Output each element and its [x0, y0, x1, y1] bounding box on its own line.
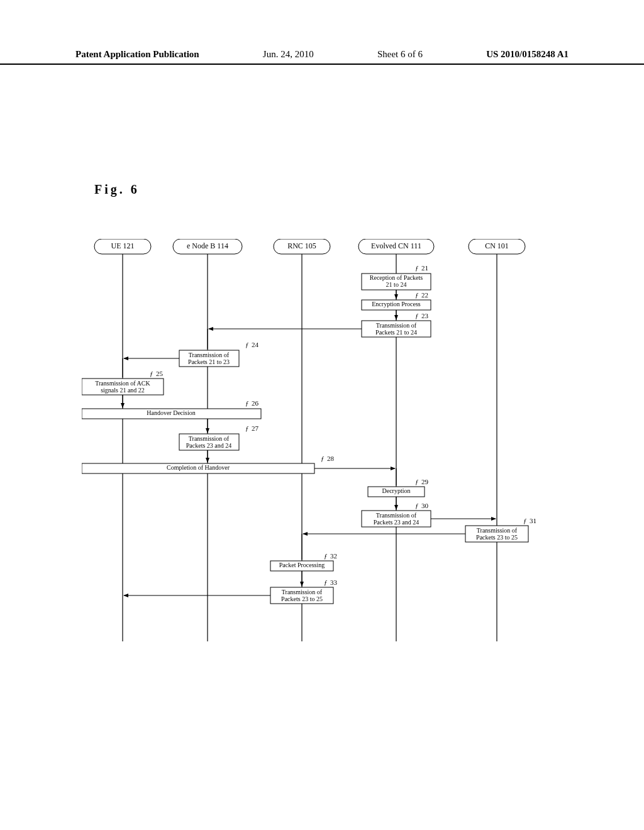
svg-text:Transmission of: Transmission of	[477, 527, 518, 534]
lane-header-cn: CN 101	[469, 239, 525, 254]
svg-text:ƒ: ƒ	[324, 578, 328, 586]
svg-text:ƒ: ƒ	[523, 517, 527, 524]
lane-evolved-cn-label: Evolved CN 111	[371, 241, 421, 250]
svg-text:Transmission of: Transmission of	[376, 322, 417, 329]
svg-text:ƒ: ƒ	[415, 312, 419, 319]
svg-text:23: 23	[421, 312, 429, 319]
svg-text:25: 25	[156, 370, 164, 377]
step-27: ƒ 27 Transmission of Packets 23 and 24	[179, 424, 259, 462]
lane-rnc-label: RNC 105	[287, 241, 316, 250]
step-26: ƒ 26 Handover Decision	[82, 399, 261, 433]
publication-type: Patent Application Publication	[75, 49, 199, 60]
lane-cn-label: CN 101	[485, 241, 509, 250]
publication-number: US 2010/0158248 A1	[486, 49, 569, 60]
svg-text:ƒ: ƒ	[324, 552, 328, 560]
svg-text:Encryption Process: Encryption Process	[372, 301, 421, 307]
svg-text:ƒ: ƒ	[415, 502, 419, 509]
lane-ue-label: UE 121	[111, 241, 135, 250]
svg-text:Packets 23 to 25: Packets 23 to 25	[281, 595, 323, 602]
svg-text:26: 26	[252, 399, 259, 407]
svg-text:24: 24	[252, 341, 259, 348]
svg-text:32: 32	[330, 552, 337, 560]
lane-header-ue: UE 121	[94, 239, 151, 254]
svg-text:Decryption: Decryption	[382, 487, 411, 494]
step-30: ƒ 30 Transmission of Packets 23 and 24	[362, 502, 496, 527]
svg-text:Transmission of: Transmission of	[376, 512, 417, 519]
svg-text:21: 21	[421, 264, 428, 272]
svg-text:Completion of Handover: Completion of Handover	[167, 464, 230, 471]
svg-text:ƒ: ƒ	[415, 264, 419, 272]
svg-text:ƒ: ƒ	[245, 399, 249, 407]
svg-text:ƒ: ƒ	[415, 478, 419, 485]
svg-text:33: 33	[330, 578, 338, 586]
lane-header-rnc: RNC 105	[274, 239, 330, 254]
svg-text:21 to 24: 21 to 24	[386, 281, 407, 288]
svg-text:Transmission of ACK: Transmission of ACK	[95, 380, 150, 387]
step-28: ƒ 28 Completion of Handover	[82, 455, 396, 485]
patent-header: Patent Application Publication Jun. 24, …	[0, 49, 644, 65]
svg-text:Transmission of: Transmission of	[189, 351, 230, 358]
svg-text:22: 22	[421, 291, 428, 299]
lane-header-enodeb: e Node B 114	[173, 239, 242, 254]
sequence-diagram: UE 121 e Node B 114 RNC 105 Evolved CN 1…	[82, 239, 572, 648]
svg-text:Reception of Packets: Reception of Packets	[370, 274, 423, 281]
svg-text:ƒ: ƒ	[150, 370, 153, 377]
lane-enodeb-label: e Node B 114	[187, 241, 228, 250]
svg-text:31: 31	[530, 517, 536, 524]
svg-text:ƒ: ƒ	[415, 291, 419, 299]
svg-text:Transmission of: Transmission of	[282, 589, 323, 595]
svg-text:Transmission of: Transmission of	[189, 435, 230, 442]
svg-text:Packets 23 and 24: Packets 23 and 24	[186, 442, 232, 449]
svg-text:Packets 21 to 24: Packets 21 to 24	[375, 329, 417, 336]
step-33: ƒ 33 Transmission of Packets 23 to 25	[124, 578, 338, 604]
svg-text:Packets 23 and 24: Packets 23 and 24	[374, 519, 419, 526]
step-23: ƒ 23 Transmission of Packets 21 to 24	[208, 312, 431, 349]
svg-text:ƒ: ƒ	[321, 455, 325, 462]
svg-text:29: 29	[421, 478, 429, 485]
svg-text:Packets 23 to 25: Packets 23 to 25	[476, 534, 518, 541]
svg-text:27: 27	[252, 424, 259, 432]
svg-text:28: 28	[327, 455, 335, 462]
lane-header-evolved-cn: Evolved CN 111	[358, 239, 434, 254]
step-29: ƒ 29 Decryption	[368, 478, 429, 509]
step-24: ƒ 24 Transmission of Packets 21 to 23	[123, 341, 259, 377]
svg-text:Packets 21 to 23: Packets 21 to 23	[188, 358, 230, 365]
figure-title: Fig. 6	[94, 182, 140, 197]
svg-text:ƒ: ƒ	[245, 424, 249, 432]
sheet-number: Sheet 6 of 6	[377, 49, 423, 60]
svg-text:Packet Processing: Packet Processing	[279, 562, 325, 568]
svg-text:ƒ: ƒ	[245, 341, 249, 348]
svg-text:Handover Decision: Handover Decision	[147, 409, 195, 416]
svg-text:signals 21 and 22: signals 21 and 22	[101, 387, 145, 394]
svg-text:30: 30	[421, 502, 429, 509]
publication-date: Jun. 24, 2010	[263, 49, 314, 60]
